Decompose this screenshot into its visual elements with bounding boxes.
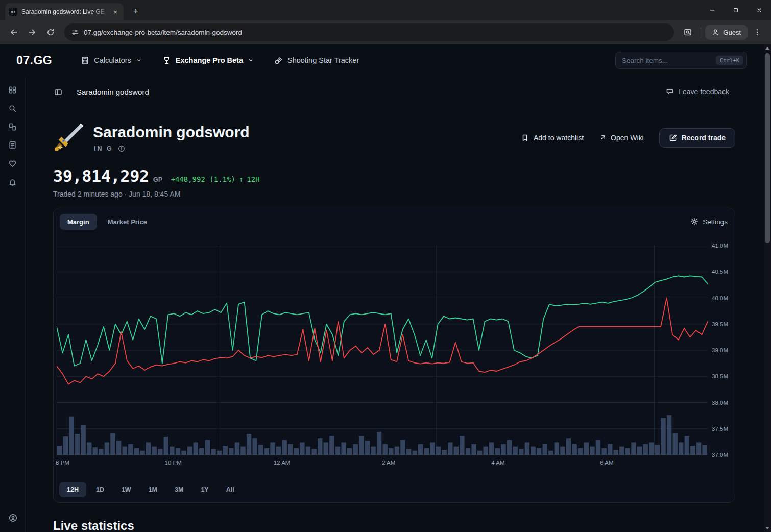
record-label: Record trade [682,134,726,142]
reload-icon [46,28,55,36]
forward-icon [28,28,36,36]
site-favicon: 07 [9,8,17,16]
range-button-1d[interactable]: 1D [88,482,112,497]
breadcrumb: Saradomin godsword [54,88,149,96]
search-input[interactable] [622,57,716,64]
nav-item-calculators[interactable]: Calculators [81,56,142,65]
site-info-icon[interactable] [71,29,79,36]
price-chart[interactable] [57,246,708,455]
price-row: 39,814,292 GP +448,992 (1.1%) ↑ 12H [53,166,260,186]
tab-close-icon[interactable]: × [111,8,119,16]
triangle-down-icon [765,527,769,529]
live-statistics-title: Live statistics [53,519,134,532]
maximize-icon [733,7,739,13]
search-icon [8,104,17,113]
sidebar-item-dashboard[interactable] [4,81,22,99]
browser-window: 07 Saradomin godsword: Live GE P × + 07.… [0,0,771,532]
browser-tab[interactable]: 07 Saradomin godsword: Live GE P × [5,3,124,20]
tab-strip: 07 Saradomin godsword: Live GE P × + [0,0,771,20]
guest-label: Guest [723,29,741,36]
scrollbar-thumb[interactable] [765,53,770,243]
info-icon[interactable] [118,145,125,152]
feedback-label: Leave feedback [679,88,729,96]
scroll-up-button[interactable] [764,44,771,52]
sidebar-profile-button[interactable] [4,509,22,527]
item-tag: IN G [94,145,125,152]
forward-button[interactable] [23,23,41,41]
tab-title: Saradomin godsword: Live GE P [21,8,107,15]
price-change-direction: ↑ [239,175,243,183]
x-axis-label: 12 AM [274,460,291,466]
tab-margin[interactable]: Margin [60,214,97,230]
sidebar-item-favorites[interactable] [4,154,22,173]
dots-vertical-icon [753,28,761,36]
tab-market-price[interactable]: Market Price [100,214,155,230]
comet-icon [274,56,283,65]
item-actions: Add to watchlist Open Wiki Record trade [521,128,735,148]
chevron-down-icon [136,57,142,63]
heart-icon [8,159,17,168]
edit-icon [669,134,677,142]
traded-info: Traded 2 minutes ago · Jun 18, 8:45 AM [53,190,180,198]
side-search-button[interactable] [679,23,696,41]
side-search-icon [684,28,692,36]
new-tab-button[interactable]: + [129,4,143,18]
item-search-box[interactable]: Ctrl+K [615,52,747,69]
price-chart-svg [57,246,708,455]
close-button[interactable] [748,0,771,20]
sidebar-item-search[interactable] [4,99,22,117]
y-axis-label: 41.0M [712,243,728,249]
omnibox[interactable]: 07.gg/exchange-pro-beta/item/saradomin-g… [64,23,674,41]
add-to-watchlist-button[interactable]: Add to watchlist [521,134,584,142]
y-axis-label: 38.5M [712,373,728,379]
y-axis-label: 39.0M [712,347,728,353]
price-value: 39,814,292 [53,166,149,186]
y-axis-label: 37.5M [712,426,728,432]
browser-menu-button[interactable] [749,23,766,41]
sidebar [0,77,26,532]
nav-label: Shooting Star Tracker [287,56,359,64]
x-axis-label: 10 PM [165,460,182,466]
item-tag-text: IN G [94,145,113,152]
minimize-button[interactable] [701,0,724,20]
sidebar-item-sets[interactable] [4,117,22,136]
range-button-12h[interactable]: 12H [59,482,86,497]
back-icon [10,28,18,36]
settings-button[interactable]: Settings [690,217,728,226]
triangle-up-icon [765,47,769,50]
chart-card-header: Margin Market Price Settings [60,213,728,230]
y-axis-label: 40.5M [712,269,728,275]
record-trade-button[interactable]: Record trade [659,128,735,148]
toolbar-separator [701,27,701,37]
nav-item-star-tracker[interactable]: Shooting Star Tracker [274,56,359,65]
chat-bubble-icon [666,88,674,96]
open-wiki-button[interactable]: Open Wiki [599,134,644,142]
price-change-amount: +448,992 (1.1%) [171,175,235,183]
range-button-all[interactable]: All [219,482,242,497]
range-button-1y[interactable]: 1Y [193,482,216,497]
range-button-1w[interactable]: 1W [114,482,139,497]
range-button-1m[interactable]: 1M [141,482,165,497]
site-logo[interactable]: 07.GG [16,54,52,67]
x-axis-labels: 8 PM10 PM12 AM2 AM4 AM6 AM [57,460,708,468]
panel-toggle-button[interactable] [54,88,62,96]
page-title: Saradomin godsword [93,124,250,141]
back-button[interactable] [5,23,22,41]
sidebar-item-alerts[interactable] [4,173,22,191]
price-change: +448,992 (1.1%) ↑ 12H [171,175,259,183]
nav-item-exchange-pro[interactable]: Exchange Pro Beta [162,56,254,65]
gear-icon [690,217,698,226]
leave-feedback-button[interactable]: Leave feedback [666,88,729,96]
grid-icon [8,86,17,94]
site-header: 07.GG Calculators Exchange Pro Beta Shoo… [0,44,771,77]
price-change-period: 12H [247,175,259,183]
reload-button[interactable] [42,23,59,41]
scrollbar-track[interactable] [764,44,771,532]
calculator-icon [81,56,89,65]
sidebar-item-list[interactable] [4,136,22,154]
goblet-icon [162,56,171,65]
guest-profile-button[interactable]: Guest [705,25,748,40]
maximize-button[interactable] [724,0,748,20]
range-button-3m[interactable]: 3M [167,482,191,497]
scroll-down-button[interactable] [764,524,771,532]
